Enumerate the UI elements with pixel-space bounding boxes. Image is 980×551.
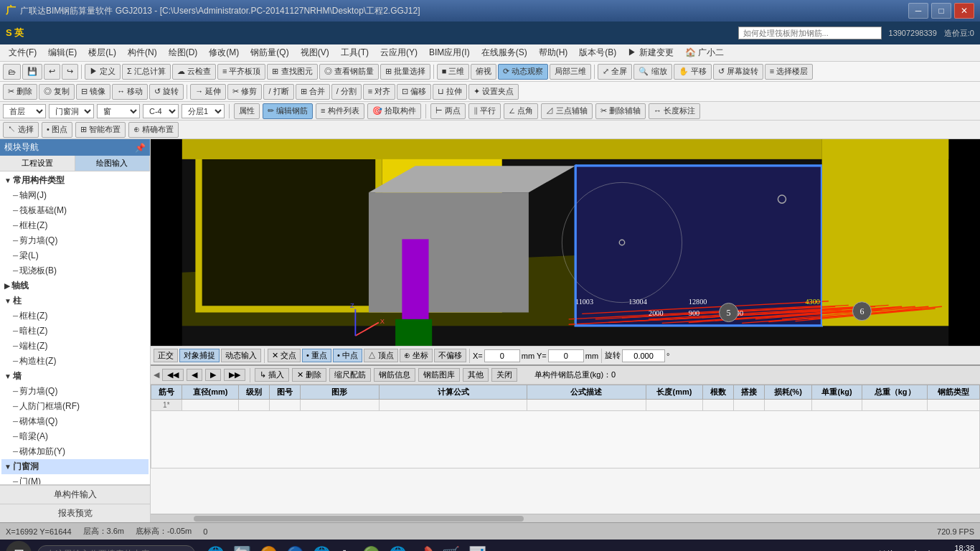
help-search-input[interactable] <box>738 27 882 39</box>
tree-construct-col[interactable]: ─ 构造柱(Z) <box>1 354 149 369</box>
redo-button[interactable]: ↪ <box>62 64 78 80</box>
intersection-snap-button[interactable]: ✕ 交点 <box>268 349 301 362</box>
del-aux-button[interactable]: ✂ 删除辅轴 <box>595 103 646 119</box>
cloud-check-button[interactable]: ☁ 云检查 <box>172 64 216 80</box>
component-list-button[interactable]: ≡ 构件列表 <box>316 103 364 119</box>
window-select[interactable]: 窗 <box>97 104 140 118</box>
point-angle-button[interactable]: ∠ 点角 <box>504 103 538 119</box>
no-offset-button[interactable]: 不偏移 <box>434 349 466 362</box>
dynamic-view-button[interactable]: ⟳ 动态观察 <box>498 64 548 80</box>
floor-select[interactable]: 首层 <box>3 104 46 118</box>
cell-length[interactable] <box>646 400 703 411</box>
pick-component-button[interactable]: 🎯 拾取构件 <box>367 103 421 119</box>
align-button[interactable]: ≡ 对齐 <box>363 84 395 100</box>
view-rebar-button[interactable]: ◎ 查看钢筋量 <box>319 64 379 80</box>
dynamic-input-button[interactable]: 动态输入 <box>221 349 261 362</box>
menu-brand2[interactable]: 🏠 广小二 <box>679 45 730 60</box>
taskbar-search-input[interactable] <box>37 545 195 551</box>
tree-raft-foundation[interactable]: ─ 筏板基础(M) <box>1 203 149 218</box>
cell-count[interactable] <box>703 400 734 411</box>
split-button[interactable]: / 分割 <box>331 84 362 100</box>
rotate-button[interactable]: ↺ 旋转 <box>149 84 184 100</box>
tree-hidden-col[interactable]: ─ 暗柱(Z) <box>1 324 149 339</box>
viewport-canvas[interactable]: 4300 12800 13004 11003 2000 900 7900 <box>151 139 980 346</box>
tree-brick-rebar[interactable]: ─ 砌体加筋(Y) <box>1 444 149 459</box>
pan-button[interactable]: ✋ 平移 <box>674 64 712 80</box>
cell-lap[interactable] <box>733 400 764 411</box>
zoom-button[interactable]: 🔍 缩放 <box>633 64 672 80</box>
ime-label2[interactable]: 中 <box>925 549 933 552</box>
align-top-button[interactable]: ≡ 平齐板顶 <box>217 64 265 80</box>
break-button[interactable]: / 打断 <box>263 84 293 100</box>
menu-edit[interactable]: 编辑(E) <box>42 45 83 60</box>
menu-version[interactable]: 版本号(B) <box>573 45 622 60</box>
tree-common-types[interactable]: ▼ 常用构件类型 <box>1 173 149 188</box>
next-record-button[interactable]: ▶ <box>205 369 221 381</box>
menu-floor[interactable]: 楼层(L) <box>83 45 122 60</box>
taskbar-icon-ie[interactable]: 🌐 <box>207 545 225 551</box>
tree-axis-network[interactable]: ─ 轴网(J) <box>1 188 149 203</box>
menu-view[interactable]: 视图(V) <box>295 45 335 60</box>
batch-select-button[interactable]: ⊞ 批量选择 <box>380 64 430 80</box>
ortho-button[interactable]: 正交 <box>154 349 178 362</box>
vertex-snap-button[interactable]: △ 顶点 <box>364 349 398 362</box>
3d-button[interactable]: ■ 三维 <box>437 64 470 80</box>
close-button[interactable]: ✕ <box>954 3 974 19</box>
cell-diameter[interactable] <box>182 400 239 411</box>
top-view-button[interactable]: 俯视 <box>471 64 496 80</box>
set-grip-button[interactable]: ✦ 设置夹点 <box>468 84 519 100</box>
sidebar-pin-icon[interactable]: 📌 <box>135 143 146 153</box>
tree-door-window[interactable]: ▼ 门窗洞 <box>1 459 149 474</box>
local-3d-button[interactable]: 局部三维 <box>550 64 591 80</box>
taskbar-icon-app5[interactable]: 📊 <box>468 545 486 551</box>
length-mark-button[interactable]: ↔ 长度标注 <box>649 103 700 119</box>
mirror-button[interactable]: ⊟ 镜像 <box>76 84 110 100</box>
close-panel-button[interactable]: 关闭 <box>491 368 517 382</box>
select-floor-button[interactable]: ≡ 选择楼层 <box>765 64 813 80</box>
coord-snap-button[interactable]: ⊕ 坐标 <box>400 349 433 362</box>
move-button[interactable]: ↔ 移动 <box>112 84 148 100</box>
tree-shear-wall[interactable]: ─ 剪力墙(Q) <box>1 233 149 248</box>
taskbar-icon-files[interactable]: 🗂 <box>339 546 354 552</box>
center-snap-button[interactable]: • 中点 <box>333 349 362 362</box>
trim-button[interactable]: ✂ 修剪 <box>227 84 262 100</box>
last-record-button[interactable]: ▶▶ <box>224 369 245 381</box>
menu-tools[interactable]: 工具(T) <box>335 45 374 60</box>
undo-button[interactable]: ↩ <box>44 64 60 80</box>
object-snap-button[interactable]: 对象捕捉 <box>179 349 220 362</box>
extend-button[interactable]: → 延伸 <box>190 84 226 100</box>
tree-axis-line[interactable]: ▶ 轴线 <box>1 278 149 293</box>
menu-help[interactable]: 帮助(H) <box>533 45 574 60</box>
tree-column[interactable]: ▼ 柱 <box>1 293 149 309</box>
three-point-aux-button[interactable]: ⊿ 三点辅轴 <box>541 103 593 119</box>
menu-draw[interactable]: 绘图(D) <box>163 45 204 60</box>
cell-formula[interactable] <box>379 400 527 411</box>
screen-rotate-button[interactable]: ↺ 屏幕旋转 <box>713 64 763 80</box>
cell-grade[interactable] <box>239 400 270 411</box>
menu-modify[interactable]: 修改(M) <box>203 45 245 60</box>
prev-record-button[interactable]: ◀ <box>187 369 202 381</box>
rotate-input[interactable] <box>622 349 665 362</box>
taskbar-icon-app1[interactable]: 🟢 <box>362 545 380 551</box>
select-tool-button[interactable]: ↖ 选择 <box>3 122 39 138</box>
taskbar-icon-browser1[interactable]: 🟠 <box>260 545 278 551</box>
nav-draw-input[interactable]: 绘图输入 <box>75 156 151 171</box>
cell-shape[interactable] <box>300 400 379 411</box>
minimize-button[interactable]: ─ <box>908 3 928 19</box>
smart-layout-button[interactable]: ⊞ 智能布置 <box>75 122 126 138</box>
two-point-button[interactable]: ⊢ 两点 <box>430 103 466 119</box>
single-component-input-button[interactable]: 单构件输入 <box>0 485 150 504</box>
nav-project-settings[interactable]: 工程设置 <box>0 156 75 171</box>
table-row[interactable]: 1* <box>151 400 980 411</box>
tree-brick-wall[interactable]: ─ 砌体墙(Q) <box>1 414 149 429</box>
maximize-button[interactable]: □ <box>931 3 951 19</box>
tree-civil-door-wall[interactable]: ─ 人防门框墙(RF) <box>1 399 149 414</box>
define-button[interactable]: ▶ 定义 <box>85 64 121 80</box>
property-button[interactable]: 属性 <box>234 103 260 119</box>
stretch-button[interactable]: ⊔ 拉伸 <box>433 84 467 100</box>
tree-frame-col2[interactable]: ─ 框柱(Z) <box>1 309 149 324</box>
rebar-info-button[interactable]: 钢筋信息 <box>374 368 415 382</box>
layer-select[interactable]: 分层1 <box>182 104 225 118</box>
component-type-select[interactable]: 门窗洞 <box>49 104 94 118</box>
tree-door[interactable]: ─ 门(M) <box>1 474 149 484</box>
